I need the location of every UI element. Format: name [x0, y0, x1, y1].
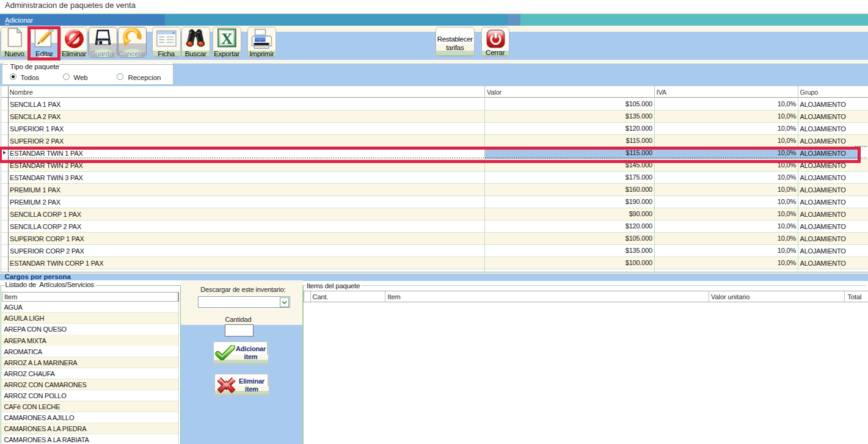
svg-text:X: X [221, 30, 233, 48]
